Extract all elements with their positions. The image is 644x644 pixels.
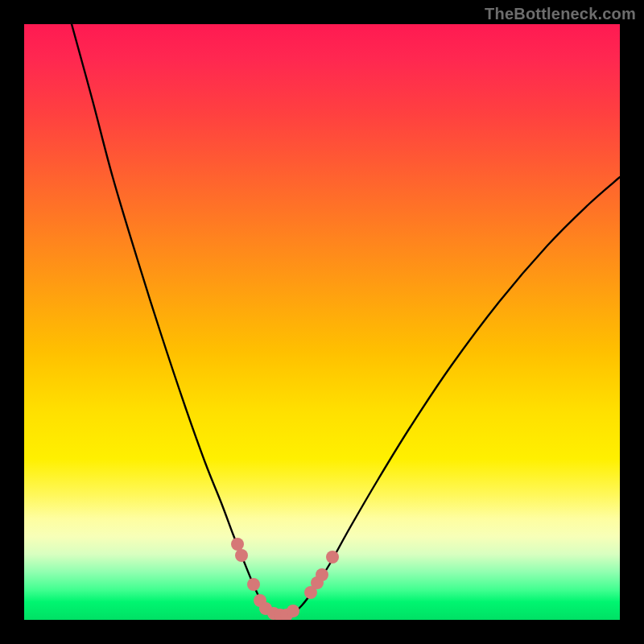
plot-area — [24, 24, 620, 620]
curve-svg — [24, 24, 620, 620]
marker-point — [231, 538, 244, 551]
chart-container: TheBottleneck.com — [0, 0, 644, 644]
markers-group — [231, 538, 339, 620]
marker-point — [316, 568, 328, 581]
marker-point — [287, 605, 299, 617]
watermark: TheBottleneck.com — [485, 5, 636, 23]
marker-point — [235, 549, 248, 562]
left-curve — [72, 24, 282, 617]
marker-point — [326, 551, 339, 564]
marker-point — [247, 578, 260, 591]
curves-group — [72, 24, 620, 617]
